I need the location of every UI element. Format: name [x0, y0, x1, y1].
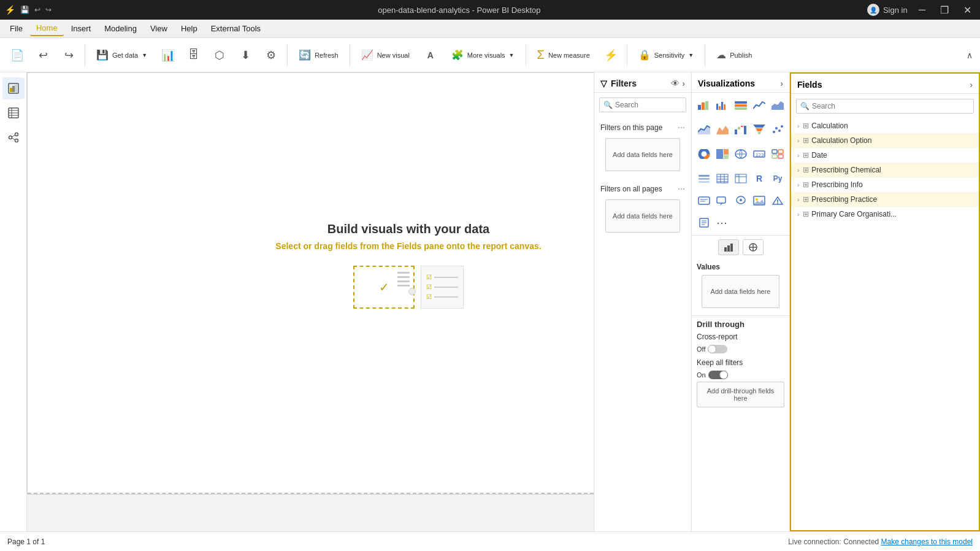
viz-more[interactable]: ⋯ — [714, 214, 731, 231]
restore-button[interactable]: ❒ — [936, 4, 952, 16]
sql-button[interactable]: 🗄 — [182, 46, 206, 64]
quick-access-undo[interactable]: ↩ — [34, 6, 40, 14]
quick-access-redo[interactable]: ↪ — [45, 6, 52, 14]
new-button[interactable]: 📄 — [5, 46, 29, 64]
viz-grid-row4: R Py — [692, 166, 789, 191]
viz-area[interactable] — [769, 96, 786, 114]
field-item-prescribing-info[interactable]: › ⊞ Prescribing Info — [791, 177, 979, 192]
viz-expand-icon[interactable]: › — [780, 79, 783, 88]
svg-marker-37 — [757, 132, 761, 134]
viz-format-button[interactable] — [743, 239, 764, 255]
menu-help[interactable]: Help — [175, 21, 204, 36]
menu-view[interactable]: View — [144, 21, 174, 36]
dataverse-button[interactable]: ⬡ — [207, 46, 232, 64]
field-item-prescribing-practice[interactable]: › ⊞ Prescribing Practice — [791, 192, 979, 207]
collapse-ribbon-icon[interactable]: ∧ — [964, 48, 975, 63]
model-view-icon[interactable] — [2, 126, 25, 148]
quick-measure-button[interactable]: ⚡ — [599, 46, 623, 64]
transform-button[interactable]: ⚙ — [259, 46, 283, 64]
filters-search[interactable]: 🔍 — [599, 98, 686, 112]
menu-file[interactable]: File — [4, 21, 29, 36]
viz-funnel[interactable] — [751, 121, 768, 138]
svg-marker-24 — [771, 101, 784, 110]
new-measure-button[interactable]: Σ New measure — [530, 44, 597, 66]
viz-donut[interactable] — [695, 145, 713, 163]
filters-on-this-page-header[interactable]: Filters on this page ⋯ — [600, 121, 685, 134]
viz-map[interactable] — [732, 145, 749, 163]
filters-more-icon[interactable]: ⋯ — [678, 123, 685, 132]
viz-python[interactable]: Py — [769, 170, 786, 187]
keep-filters-toggle-track[interactable] — [708, 371, 728, 379]
field-item-date[interactable]: › ⊞ Date — [791, 148, 979, 163]
viz-line[interactable] — [751, 96, 768, 114]
drill-drop-zone[interactable]: Add drill-through fields here — [697, 382, 784, 407]
filters-this-page-drop[interactable]: Add data fields here — [605, 138, 680, 171]
viz-ribbon[interactable] — [714, 121, 731, 138]
viz-matrix[interactable] — [732, 170, 749, 187]
viz-card[interactable]: 123 — [751, 145, 768, 163]
minimize-button[interactable]: ─ — [915, 4, 929, 15]
menu-external-tools[interactable]: External Tools — [205, 21, 267, 36]
filters-all-pages-drop[interactable]: Add data fields here — [605, 199, 680, 233]
filters-all-pages-header[interactable]: Filters on all pages ⋯ — [600, 182, 685, 196]
viz-multirow-card[interactable] — [769, 145, 786, 163]
excel-button[interactable]: 📊 — [156, 46, 180, 64]
text-box-button[interactable]: A — [418, 48, 443, 63]
list-item-1: ☑ — [426, 274, 458, 280]
undo-button[interactable]: ↩ — [31, 46, 55, 64]
sensitivity-button[interactable]: 🔒 Sensitivity ▼ — [631, 45, 701, 64]
viz-scatter[interactable] — [769, 121, 786, 138]
field-item-prescribing-chemical[interactable]: › ⊞ Prescribing Chemical — [791, 163, 979, 177]
viz-slicer[interactable] — [695, 170, 713, 187]
sign-in-label[interactable]: Sign in — [883, 6, 908, 15]
field-item-primary-care[interactable]: › ⊞ Primary Care Organisati... — [791, 207, 979, 222]
keep-filters-toggle[interactable]: On — [697, 371, 784, 379]
viz-build-button[interactable] — [718, 239, 739, 255]
viz-waterfall[interactable] — [732, 121, 749, 138]
sign-in-area[interactable]: 👤 Sign in — [867, 4, 908, 16]
filters-expand-icon[interactable]: › — [682, 79, 685, 88]
get-data-button[interactable]: 💾 Get data ▼ — [89, 45, 155, 64]
filters-all-more-icon[interactable]: ⋯ — [678, 185, 685, 193]
new-visual-button[interactable]: 📈 New visual — [354, 45, 417, 64]
sql-icon: 🗄 — [188, 48, 199, 61]
viz-smart-narrative[interactable] — [695, 192, 713, 209]
menu-home[interactable]: Home — [30, 21, 64, 36]
filters-all-pages-label: Filters on all pages — [600, 185, 662, 193]
more-visuals-button[interactable]: 🧩 More visuals ▼ — [444, 45, 522, 64]
fields-collapse-icon[interactable]: › — [970, 80, 973, 90]
viz-image[interactable] — [751, 192, 768, 209]
data-view-icon[interactable] — [2, 102, 25, 124]
viz-table[interactable] — [714, 170, 731, 187]
refresh-button[interactable]: 🔄 Refresh — [291, 45, 346, 64]
keep-filters-toggle-thumb — [719, 371, 728, 379]
fields-search-box[interactable]: 🔍 — [796, 99, 974, 114]
fields-search-input[interactable] — [812, 102, 970, 110]
viz-azure-map[interactable] — [732, 192, 749, 209]
close-button[interactable]: ✕ — [960, 4, 975, 16]
viz-clustered-bar[interactable] — [714, 96, 731, 114]
viz-line-area[interactable] — [695, 121, 713, 138]
connection-link[interactable]: Make changes to this model — [881, 538, 973, 546]
menu-modeling[interactable]: Modeling — [98, 21, 143, 36]
subtitle-text: Select or drag fields from the — [275, 241, 397, 251]
viz-100-bar[interactable] — [732, 96, 749, 114]
values-drop-zone[interactable]: Add data fields here — [702, 275, 779, 308]
viz-r-script[interactable]: R — [751, 170, 768, 187]
field-item-calculation[interactable]: › ⊞ Calculation — [791, 118, 979, 133]
recent-sources-button[interactable]: ⬇ — [233, 46, 258, 64]
viz-key-influencers[interactable] — [769, 192, 786, 209]
viz-treemap[interactable] — [714, 145, 731, 163]
viz-stacked-bar[interactable] — [695, 96, 713, 114]
filters-eye-icon[interactable]: 👁 — [671, 79, 679, 88]
menu-insert[interactable]: Insert — [65, 21, 98, 36]
redo-button[interactable]: ↪ — [56, 46, 81, 64]
report-view-icon[interactable] — [2, 77, 25, 99]
field-item-calculation-option[interactable]: › ⊞ Calculation Option — [791, 133, 979, 148]
viz-paginated[interactable] — [695, 214, 713, 231]
viz-qa[interactable] — [714, 192, 731, 209]
cross-report-toggle[interactable]: Off — [697, 345, 784, 353]
cross-report-toggle-track[interactable] — [708, 345, 727, 353]
publish-button[interactable]: ☁ Publish — [709, 45, 759, 64]
quick-access-save[interactable]: 💾 — [20, 6, 29, 14]
